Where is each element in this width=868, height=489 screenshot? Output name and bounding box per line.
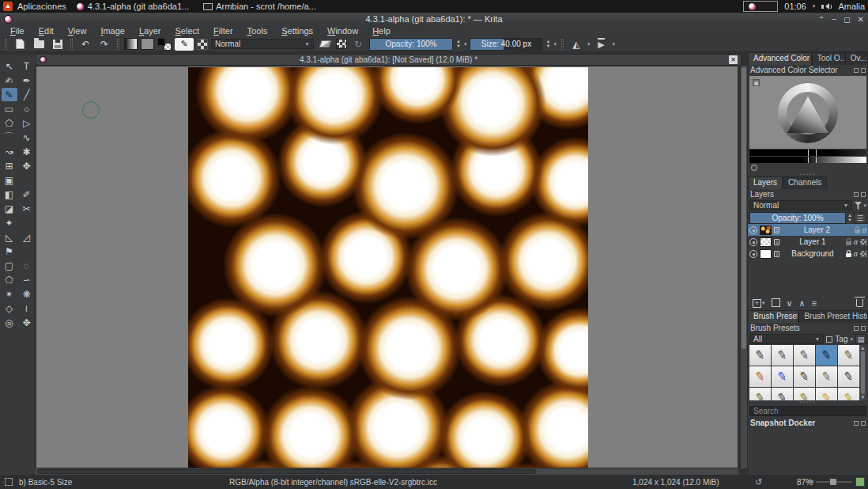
open-document-button[interactable]	[31, 37, 47, 51]
layers-tab-layers[interactable]: Layers	[748, 176, 783, 189]
layer-row-background[interactable]: SBackgroundα	[748, 248, 868, 260]
tool-move-icon[interactable]: ✥	[19, 159, 35, 172]
brush-tab-brush-preset-history[interactable]: Brush Preset History	[798, 310, 868, 323]
color-history-bar[interactable]	[749, 150, 866, 156]
tool-transform-icon[interactable]: ⊞	[2, 159, 17, 172]
maximize-button[interactable]: ◻	[843, 15, 850, 24]
layers-tab-channels[interactable]: Channels	[783, 176, 827, 189]
choose-brush-preset-button[interactable]	[197, 39, 208, 50]
close-button[interactable]: ✕	[858, 15, 864, 24]
tool-contiguous-select-icon[interactable]: ❋	[19, 287, 35, 301]
menu-filter[interactable]: Filter	[206, 26, 240, 36]
tool-assistants-icon[interactable]: ◿	[19, 230, 35, 244]
shade-button[interactable]: ⌃	[818, 15, 825, 24]
document-tab-bar[interactable]: 4.3.1-alpha (git aba6da1): [Not Saved] (…	[36, 54, 742, 66]
tool-polyline-icon[interactable]: ▷	[19, 116, 35, 130]
alpha-lock-icon[interactable]: α	[854, 238, 858, 246]
docker-tab-tool-o-[interactable]: Tool O...	[812, 52, 845, 65]
tray-expand-icon[interactable]: ▾	[813, 3, 816, 9]
edit-brush-settings-button[interactable]: ✎	[175, 38, 194, 51]
tool-rectangle-icon[interactable]: ▭	[2, 102, 17, 116]
reload-preset-button[interactable]: ↻	[350, 37, 366, 51]
tool-crop-icon[interactable]: ▣	[2, 173, 17, 187]
tool-poly-select-icon[interactable]: ⬠	[2, 273, 17, 286]
delete-layer-button[interactable]	[856, 299, 863, 307]
zoom-slider[interactable]	[816, 481, 852, 483]
tool-edit-shapes-icon[interactable]: ✍	[2, 74, 17, 87]
layer-properties-icon-button[interactable]: ≡	[812, 298, 817, 308]
image-size-label[interactable]: 1,024 x 1,024 (12.0 MiB)	[632, 478, 719, 487]
menu-select[interactable]: Select	[168, 26, 207, 36]
selector-settings-icon[interactable]: ▦	[753, 79, 760, 86]
tool-pan-icon[interactable]: ✥	[19, 316, 35, 329]
inherit-alpha-icon[interactable]	[860, 239, 866, 245]
brush-preset-10[interactable]: ✎	[838, 366, 859, 387]
menu-view[interactable]: View	[61, 26, 94, 36]
tool-similar-select-icon[interactable]: ✴	[2, 287, 17, 301]
float-docker-icon[interactable]	[854, 192, 859, 197]
splitter-handle[interactable]: •••••	[748, 400, 868, 404]
brush-preset-9[interactable]: ✎	[816, 366, 837, 387]
menu-file[interactable]: File	[3, 26, 32, 36]
tool-bezier-curve-icon[interactable]: ⌒	[2, 131, 17, 144]
layer-lock-icon[interactable]	[846, 253, 851, 257]
opacity-slider[interactable]: Opacity: 100%	[369, 38, 453, 51]
preset-search-input[interactable]: Search	[749, 406, 866, 416]
close-docker-icon[interactable]	[861, 421, 866, 426]
scroll-down-icon[interactable]: ▼	[861, 395, 866, 400]
layer-name[interactable]: Layer 2	[782, 226, 852, 234]
tool-text-icon[interactable]: T	[19, 59, 35, 73]
selection-mode-icon[interactable]	[5, 478, 13, 486]
tool-smart-patch-icon[interactable]: ✂	[19, 202, 35, 215]
layer-opacity-slider[interactable]: Opacity: 100%	[749, 212, 846, 224]
canvas-viewport[interactable]	[36, 66, 738, 468]
brush-preset-13[interactable]: ✎	[794, 388, 815, 400]
vertical-scrollbar[interactable]	[741, 66, 747, 468]
blending-mode-dropdown[interactable]: Normal ▼	[211, 39, 314, 49]
float-docker-icon[interactable]	[854, 326, 859, 331]
move-layer-up-button[interactable]: ∧	[799, 298, 806, 309]
toolbar-grip[interactable]	[5, 39, 7, 50]
pattern-chooser[interactable]	[141, 38, 154, 50]
taskbar-window-krita[interactable]: 4.3.1-alpha (git aba6da1...	[71, 0, 194, 13]
taskbar-window-terminal[interactable]: Armbian - scrot /home/a...	[198, 0, 321, 13]
docker-tab-ov-[interactable]: Ov...	[845, 52, 868, 65]
vertical-scrollbar-thumb[interactable]	[742, 67, 746, 349]
tool-reference-images-icon[interactable]: ⚑	[2, 244, 17, 258]
alpha-lock-icon[interactable]: α	[862, 226, 866, 234]
layer-thumbnail[interactable]	[760, 237, 772, 247]
layer-thumbnail[interactable]	[760, 249, 772, 259]
tool-fill-icon[interactable]: ✦	[2, 216, 17, 229]
menu-edit[interactable]: Edit	[32, 26, 61, 36]
foreground-background-colors[interactable]	[157, 38, 172, 51]
close-docker-icon[interactable]	[861, 326, 866, 331]
inherit-alpha-icon[interactable]	[860, 251, 866, 257]
memory-status-icon[interactable]: ↺	[755, 477, 762, 487]
layer-opacity-spinner[interactable]: ▲▼	[847, 214, 852, 222]
menu-tools[interactable]: Tools	[240, 26, 275, 36]
size-spinner[interactable]: ▲▼	[545, 40, 550, 48]
move-layer-down-button[interactable]: ∨	[787, 298, 793, 309]
advanced-color-selector[interactable]: ▦	[749, 76, 866, 149]
brush-preset-15[interactable]: ✎	[838, 388, 859, 400]
layer-visibility-icon[interactable]	[749, 226, 757, 234]
user-menu[interactable]: Amalia	[838, 2, 865, 11]
tool-gradient-icon[interactable]: ◧	[2, 188, 17, 201]
gradient-chooser[interactable]	[124, 38, 138, 50]
preset-scrollbar-thumb[interactable]	[861, 351, 865, 394]
scroll-up-icon[interactable]: ▲	[861, 346, 866, 351]
minimize-button[interactable]: −	[832, 15, 836, 24]
save-button[interactable]	[50, 37, 66, 51]
tool-zoom-icon[interactable]: ◎	[2, 316, 17, 329]
chevron-down-icon[interactable]: ▾	[863, 203, 866, 209]
mirror-horizontal-button[interactable]: ◭	[568, 37, 584, 51]
preserve-alpha-button[interactable]	[336, 39, 347, 49]
toolbar-grip[interactable]	[561, 39, 564, 50]
brush-tab-brush-presets[interactable]: Brush Presets	[748, 310, 798, 323]
layer-blending-mode-dropdown[interactable]: Normal ▼	[749, 200, 852, 210]
float-docker-icon[interactable]	[854, 421, 859, 426]
preset-scrollbar[interactable]: ▲ ▼	[859, 345, 866, 400]
last-color-swatch[interactable]	[751, 165, 757, 171]
docker-tab-advanced-color-s-[interactable]: Advanced Color S...	[748, 52, 812, 65]
layer-visibility-icon[interactable]	[749, 238, 757, 246]
